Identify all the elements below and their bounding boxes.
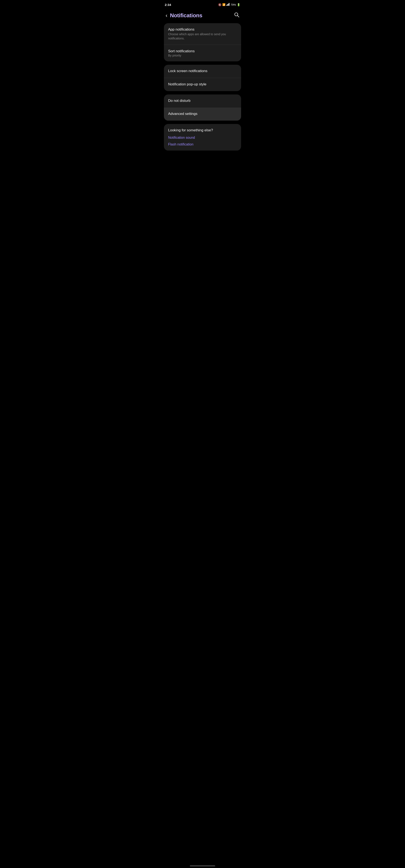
- back-button[interactable]: ‹: [165, 12, 168, 19]
- dnd-card: Do not disturb Advanced settings: [164, 94, 241, 121]
- status-bar: 2:34 🔇 📶 79% 🔋: [162, 0, 243, 8]
- lock-screen-notifications-item[interactable]: Lock screen notifications: [164, 65, 241, 78]
- looking-title: Looking for something else?: [168, 128, 237, 132]
- lock-screen-notifications-title: Lock screen notifications: [168, 69, 237, 73]
- status-time: 2:34: [165, 3, 171, 6]
- sort-notifications-value: By priority: [168, 54, 237, 57]
- flash-notification-link[interactable]: Flash notification: [168, 143, 237, 146]
- app-notifications-item[interactable]: App notifications Choose which apps are …: [164, 23, 241, 45]
- svg-rect-1: [227, 4, 228, 6]
- status-icons: 🔇 📶 79% 🔋: [218, 3, 240, 6]
- notification-popup-style-item[interactable]: Notification pop-up style: [164, 78, 241, 91]
- looking-card: Looking for something else? Notification…: [164, 124, 241, 151]
- do-not-disturb-title: Do not disturb: [168, 99, 237, 103]
- header-left: ‹ Notifications: [165, 12, 202, 19]
- notification-popup-style-title: Notification pop-up style: [168, 82, 237, 87]
- signal-icon: [226, 3, 230, 6]
- battery-icon: 🔋: [237, 3, 240, 6]
- advanced-settings-item[interactable]: Advanced settings: [164, 107, 241, 121]
- wifi-icon: 📶: [222, 3, 226, 6]
- sort-notifications-item[interactable]: Sort notifications By priority: [164, 45, 241, 61]
- notification-sound-link[interactable]: Notification sound: [168, 136, 237, 140]
- header: ‹ Notifications: [162, 8, 243, 23]
- lock-card: Lock screen notifications Notification p…: [164, 65, 241, 91]
- app-notifications-subtitle: Choose which apps are allowed to send yo…: [168, 32, 237, 40]
- battery-percentage: 79%: [231, 3, 236, 6]
- svg-rect-0: [226, 5, 227, 6]
- search-button[interactable]: [234, 12, 239, 19]
- advanced-settings-title: Advanced settings: [168, 112, 237, 116]
- sort-notifications-title: Sort notifications: [168, 49, 237, 53]
- do-not-disturb-item[interactable]: Do not disturb: [164, 94, 241, 107]
- svg-line-5: [237, 16, 239, 17]
- mute-icon: 🔇: [218, 3, 222, 6]
- page-title: Notifications: [170, 12, 202, 19]
- svg-rect-2: [228, 4, 229, 6]
- search-icon: [234, 13, 239, 19]
- svg-rect-3: [229, 3, 230, 6]
- app-notifications-title: App notifications: [168, 27, 237, 32]
- main-notifications-card: App notifications Choose which apps are …: [164, 23, 241, 61]
